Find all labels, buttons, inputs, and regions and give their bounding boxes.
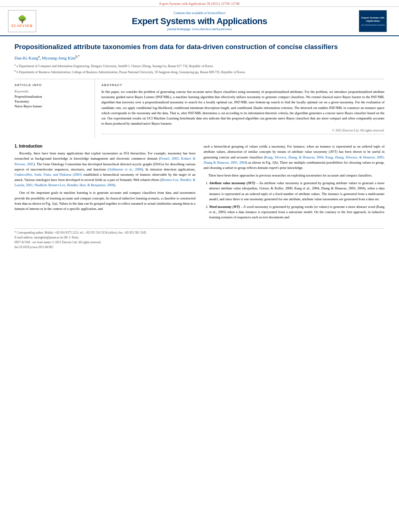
paper-title: Propositionalized attribute taxonomies f… xyxy=(14,43,385,51)
col-right: such a hierarchical grouping of values y… xyxy=(204,144,385,222)
journal-header: 🌳 ELSEVIER Contents lists available at S… xyxy=(0,7,399,36)
footnotes: * Corresponding author. Mobile: +82 016 … xyxy=(14,228,385,250)
contents-line: Contents lists available at ScienceDirec… xyxy=(40,11,359,15)
email-link[interactable]: mjongkim@pusan.ac.kr xyxy=(34,236,63,239)
abstract-title: ABSTRACT xyxy=(101,83,385,87)
ref-berners-lee[interactable]: Berners-Lee, Hendler, & Lassila, 2001; S… xyxy=(14,178,195,187)
list-item-1: Attribute value taxonomy (AVT) – An attr… xyxy=(209,181,385,202)
footnote-issn: 0957-4174/$ - see front matter © 2011 El… xyxy=(14,240,385,244)
homepage-text: journal homepage: www.elsevier.com/locat… xyxy=(167,27,232,31)
journal-title: Expert Systems with Applications xyxy=(40,16,359,27)
approaches-list: Attribute value taxonomy (AVT) – An attr… xyxy=(204,181,385,220)
section1-para2: One of the important goals in machine le… xyxy=(14,190,195,212)
keywords-label: Keywords: xyxy=(14,89,90,93)
section1-heading: 1. Introduction xyxy=(14,144,195,148)
list-item-2: Word taxonomy (WT) – A word taxonomy is … xyxy=(209,204,385,220)
journal-logo-right: Expert Systems with Applications An Inte… xyxy=(359,10,391,32)
ref-desjardins[interactable]: desjardins, Getoor, & Koller, 2000; Kang… xyxy=(243,186,364,190)
main-content: Propositionalized attribute taxonomies f… xyxy=(0,36,399,254)
ref-ashburner[interactable]: Ashburner et al., 2000 xyxy=(109,167,142,171)
ref-kang2004[interactable]: Kang, Silvescu, Zhang, & Honavar, 2004; … xyxy=(204,155,385,164)
col-left: 1. Introduction Recently, there have bee… xyxy=(14,144,195,222)
affiliations: a a Department of Computer and Informati… xyxy=(14,63,385,75)
section1-para1: Recently, there have been many applicati… xyxy=(14,151,195,188)
abstract-text: In this paper, we consider the problem o… xyxy=(101,89,385,126)
top-bar: Expert Systems with Applications 38 (201… xyxy=(0,0,399,7)
ref-fensel[interactable]: Fensel, 2003; Kohavi & Provost, 2001 xyxy=(14,156,195,166)
elsevier-tree-icon: 🌳 xyxy=(18,15,27,24)
journal-homepage: journal homepage: www.elsevier.com/locat… xyxy=(40,27,359,31)
elsevier-label: ELSEVIER xyxy=(11,24,33,28)
footnote-doi: doi:10.1016/j.eswa.2011.04.062 xyxy=(14,245,385,249)
article-info-title: ARTICLE INFO xyxy=(14,83,90,87)
list-term-1: Attribute value taxonomy (AVT) xyxy=(209,181,255,185)
body-columns: 1. Introduction Recently, there have bee… xyxy=(14,144,385,222)
ref-undercoffler[interactable]: Undercoffler, Joshi, Finin, and Pinkston… xyxy=(14,173,82,177)
author-dae-ki: Dae-Ki Kang xyxy=(14,55,38,60)
keyword-2: Taxonomy xyxy=(14,99,90,103)
list-term-2: Word taxonomy (WT) xyxy=(209,205,240,209)
section1-para2-continued: such a hierarchical grouping of values y… xyxy=(204,144,385,170)
keyword-3: Naive Bayes learner xyxy=(14,104,90,108)
elsevier-logo: 🌳 ELSEVIER xyxy=(8,10,40,32)
contents-text: Contents lists available at xyxy=(174,11,208,15)
section1-para3: There have been three approaches in prev… xyxy=(204,173,385,178)
authors: Dae-Ki Kanga, Myoung-Jong Kimb,* xyxy=(14,55,385,60)
affiliation-b: b b Department of Business Administratio… xyxy=(14,69,385,75)
article-info-abstract: ARTICLE INFO Keywords: Propositionalizat… xyxy=(14,79,385,138)
copyright-line: © 2011 Elsevier Ltd. All rights reserved… xyxy=(101,129,385,134)
sciencedirect-link[interactable]: ScienceDirect xyxy=(208,11,226,15)
journal-logo-sub: An International Journal xyxy=(361,24,385,26)
keyword-1: Propositionalization xyxy=(14,94,90,99)
affiliation-a: a a Department of Computer and Informati… xyxy=(14,63,385,69)
article-info: ARTICLE INFO Keywords: Propositionalizat… xyxy=(14,79,95,138)
journal-citation: Expert Systems with Applications 38 (201… xyxy=(159,2,239,6)
affiliation-a-text: a Department of Computer and Information… xyxy=(16,64,213,68)
journal-logo-box: Expert Systems with Applications An Inte… xyxy=(359,10,387,32)
abstract-section: ABSTRACT In this paper, we consider the … xyxy=(95,79,385,138)
author-myoung-jong: Myoung-Jong Kim xyxy=(42,55,76,60)
journal-logo-title: Expert Systems with Applications xyxy=(360,16,385,23)
journal-header-center: Contents lists available at ScienceDirec… xyxy=(40,11,359,31)
footnote-star: * Corresponding author. Mobile: +82 016 … xyxy=(14,230,385,235)
footnote-email: E-mail address: mjongkim@pusan.ac.kr (M.… xyxy=(14,235,385,240)
affiliation-b-text: b Department of Business Administration,… xyxy=(17,70,245,74)
